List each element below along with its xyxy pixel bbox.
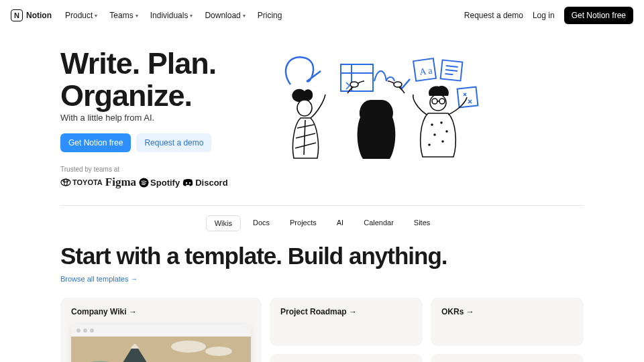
template-card-company-wiki[interactable]: Company Wiki → Co (60, 298, 262, 362)
svg-text:A a: A a (419, 65, 433, 77)
template-preview: Company wiki (71, 324, 251, 362)
trusted-label: Trusted by teams at (60, 166, 255, 173)
hero: Write. Plan. Organize. With a little hel… (60, 48, 584, 189)
top-nav: N Notion Product ▾ Teams ▾ Individuals ▾… (0, 0, 644, 31)
templates-section: Start with a template. Build anything. B… (60, 243, 584, 362)
logo[interactable]: N Notion (11, 9, 52, 21)
browse-templates-link[interactable]: Browse all templates → (60, 275, 138, 283)
brand-spotify: Spotify (139, 178, 180, 188)
chevron-down-icon: ▾ (95, 13, 97, 19)
svg-point-16 (297, 100, 312, 116)
svg-point-22 (394, 82, 402, 87)
hero-headline: Write. Plan. Organize. (60, 48, 255, 111)
chevron-down-icon: ▾ (243, 13, 246, 19)
chevron-down-icon: ▾ (136, 13, 138, 19)
preview-banner-image (71, 337, 251, 362)
divider (60, 205, 584, 206)
svg-rect-6 (341, 64, 373, 91)
svg-line-12 (446, 66, 458, 67)
tab-ai[interactable]: AI (329, 215, 352, 231)
svg-point-2 (63, 180, 68, 182)
svg-line-13 (445, 70, 458, 71)
template-card-vacation-planner[interactable]: Vacation Planner → (431, 354, 584, 362)
hero-cta-secondary-button[interactable]: Request a demo (136, 133, 211, 152)
tab-calendar[interactable]: Calendar (356, 215, 402, 231)
nav-right: Request a demo Log in Get Notion free (464, 7, 633, 24)
brand-figma: Figma (105, 176, 136, 189)
templates-headline: Start with a template. Build anything. (60, 243, 584, 269)
hero-cta-primary-button[interactable]: Get Notion free (60, 133, 131, 152)
svg-point-29 (446, 131, 447, 132)
brand-logos: TOYOTA Figma Spotify Discord (60, 176, 255, 189)
template-card-meeting-notes[interactable]: Meeting Notes → (270, 354, 423, 362)
tab-docs[interactable]: Docs (245, 215, 278, 231)
tab-projects[interactable]: Projects (282, 215, 325, 231)
brand-toyota: TOYOTA (60, 178, 103, 187)
nav-pricing[interactable]: Pricing (254, 9, 286, 21)
content-tabs: Wikis Docs Projects AI Calendar Sites (60, 215, 584, 231)
brand-discord: Discord (182, 178, 227, 188)
svg-line-14 (445, 74, 453, 74)
hero-illustration: A a (274, 48, 584, 165)
svg-rect-15 (458, 87, 478, 108)
svg-point-5 (189, 182, 191, 184)
nav-product[interactable]: Product ▾ (61, 9, 101, 21)
svg-point-31 (442, 141, 443, 142)
svg-point-34 (171, 341, 206, 353)
hero-subheadline: With a little help from AI. (60, 113, 255, 123)
nav-teams[interactable]: Teams ▾ (105, 9, 142, 21)
svg-point-35 (205, 347, 232, 356)
card-title: Company Wiki → (71, 307, 137, 316)
nav-download[interactable]: Download ▾ (201, 9, 249, 21)
template-card-okrs[interactable]: OKRs → (431, 298, 584, 346)
svg-point-27 (431, 124, 433, 125)
tab-sites[interactable]: Sites (406, 215, 438, 231)
svg-point-28 (441, 122, 442, 123)
svg-point-21 (350, 82, 358, 87)
chevron-down-icon: ▾ (190, 13, 193, 19)
logo-text: Notion (26, 11, 52, 20)
nav-individuals[interactable]: Individuals ▾ (146, 9, 197, 21)
tab-wikis[interactable]: Wikis (206, 215, 241, 231)
svg-point-4 (186, 182, 187, 184)
login-link[interactable]: Log in (533, 11, 555, 20)
logo-icon: N (11, 9, 23, 21)
svg-point-32 (429, 144, 430, 145)
request-demo-link[interactable]: Request a demo (464, 11, 523, 20)
template-card-project-roadmap[interactable]: Project Roadmap → (270, 298, 423, 346)
get-notion-free-button[interactable]: Get Notion free (564, 7, 633, 24)
svg-point-30 (434, 134, 435, 135)
